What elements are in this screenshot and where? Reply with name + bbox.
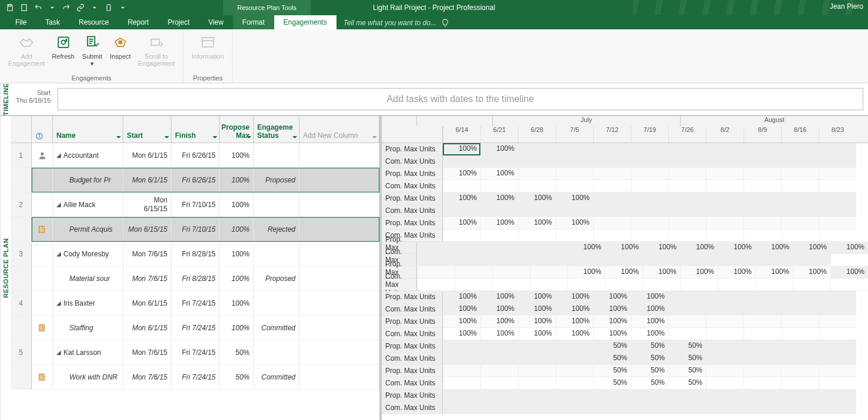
cell-status[interactable] bbox=[254, 340, 300, 365]
timephased-cell[interactable] bbox=[706, 353, 743, 365]
timephased-cell[interactable]: 100% bbox=[480, 316, 518, 328]
timephased-cell[interactable] bbox=[631, 180, 668, 192]
date-header[interactable]: 8/2 bbox=[706, 126, 743, 143]
indicator-header[interactable] bbox=[32, 116, 53, 143]
timephased-cell[interactable] bbox=[492, 266, 530, 279]
timephased-cell[interactable] bbox=[781, 328, 819, 340]
timephased-cell[interactable] bbox=[819, 303, 856, 316]
timephased-cell[interactable] bbox=[593, 205, 631, 217]
add-new-column[interactable]: Add New Column bbox=[300, 116, 379, 143]
timephased-cell[interactable] bbox=[605, 279, 642, 291]
timephased-cell[interactable] bbox=[755, 254, 793, 266]
timephased-cell[interactable] bbox=[455, 266, 492, 279]
timephased-cell[interactable]: 100% bbox=[567, 242, 605, 254]
timephased-cell[interactable] bbox=[593, 155, 631, 168]
timephased-cell[interactable]: 100% bbox=[605, 266, 642, 279]
cell-blank[interactable] bbox=[300, 217, 379, 242]
timephased-cell[interactable] bbox=[443, 180, 480, 192]
timephased-row[interactable]: Prop. Max Units100%100%100%100%100%100% bbox=[382, 316, 868, 328]
timephased-row[interactable]: Prop. Max Units100%100%100%100%100%100%1… bbox=[382, 242, 868, 254]
table-row[interactable]: StaffingMon 6/1/15Fri 7/24/15100%Committ… bbox=[11, 316, 379, 340]
timephased-cell[interactable] bbox=[793, 279, 830, 291]
timephased-cell[interactable]: 100% bbox=[567, 266, 605, 279]
timephased-cell[interactable] bbox=[518, 402, 556, 414]
date-header[interactable]: 7/12 bbox=[593, 126, 631, 143]
timephased-cell[interactable] bbox=[819, 155, 856, 168]
timephased-cell[interactable] bbox=[680, 279, 718, 291]
timephased-cell[interactable]: 100% bbox=[443, 291, 480, 303]
timephased-cell[interactable] bbox=[480, 365, 518, 377]
row-number[interactable]: 4 bbox=[11, 291, 32, 316]
dropdown-icon[interactable] bbox=[246, 134, 252, 140]
timephased-cell[interactable]: 100% bbox=[480, 328, 518, 340]
cell-name[interactable]: Work with DNR bbox=[53, 365, 123, 389]
timephased-cell[interactable] bbox=[668, 143, 706, 155]
timephased-cell[interactable] bbox=[668, 303, 706, 316]
timephased-cell[interactable]: 100% bbox=[518, 291, 556, 303]
timephased-cell[interactable]: 100% bbox=[480, 143, 518, 155]
timephased-cell[interactable] bbox=[668, 168, 706, 180]
timephased-row[interactable]: Com. Max Units50%50%50% bbox=[382, 353, 868, 365]
cell-finish[interactable]: Fri 8/28/15 bbox=[171, 242, 220, 266]
timephased-cell[interactable] bbox=[743, 402, 781, 414]
timephased-cell[interactable]: 100% bbox=[631, 291, 668, 303]
cell-name[interactable]: ◢Accountant bbox=[53, 143, 123, 168]
timephased-cell[interactable] bbox=[480, 229, 518, 242]
cell-status[interactable] bbox=[254, 143, 300, 168]
timephased-cell[interactable] bbox=[781, 205, 819, 217]
timephased-cell[interactable] bbox=[819, 291, 856, 303]
timephased-cell[interactable]: 100% bbox=[642, 242, 680, 254]
timephased-cell[interactable] bbox=[718, 279, 755, 291]
timephased-cell[interactable] bbox=[819, 229, 856, 242]
timephased-cell[interactable] bbox=[492, 254, 530, 266]
row-number[interactable]: 2 bbox=[11, 192, 32, 217]
timephased-cell[interactable] bbox=[781, 180, 819, 192]
timephased-cell[interactable] bbox=[781, 340, 819, 353]
timephased-cell[interactable] bbox=[781, 192, 819, 205]
cell-blank[interactable] bbox=[300, 291, 379, 316]
cell-max[interactable]: 100% bbox=[220, 143, 254, 168]
cell-status[interactable]: Committed bbox=[254, 316, 300, 340]
timephased-cell[interactable] bbox=[556, 229, 593, 242]
cell-start[interactable]: Mon6/15/15 bbox=[123, 192, 171, 217]
timephased-cell[interactable] bbox=[793, 254, 830, 266]
cell-start[interactable]: Mon 6/1/15 bbox=[123, 143, 171, 168]
timephased-cell[interactable]: 100% bbox=[556, 328, 593, 340]
timephased-cell[interactable] bbox=[518, 377, 556, 389]
timephased-row[interactable]: Prop. Max Units100%100% bbox=[382, 143, 868, 155]
timephased-cell[interactable] bbox=[567, 254, 605, 266]
timephased-cell[interactable] bbox=[743, 365, 781, 377]
timephased-cell[interactable] bbox=[556, 180, 593, 192]
timephased-row[interactable]: Prop. Max Units100%100%100%100%100%100% bbox=[382, 291, 868, 303]
timephased-cell[interactable]: 100% bbox=[718, 242, 755, 254]
timephased-row[interactable]: Prop. Max Units100%100% bbox=[382, 168, 868, 180]
cell-status[interactable] bbox=[254, 192, 300, 217]
cell-name[interactable]: ◢Iris Baxter bbox=[53, 291, 123, 316]
cell-name[interactable]: Staffing bbox=[53, 316, 123, 340]
timephased-cell[interactable] bbox=[631, 192, 668, 205]
timephased-cell[interactable] bbox=[819, 377, 856, 389]
timephased-cell[interactable] bbox=[706, 303, 743, 316]
timephased-cell[interactable] bbox=[680, 254, 718, 266]
cell-start[interactable]: Mon 7/6/15 bbox=[123, 242, 171, 266]
timephased-cell[interactable] bbox=[743, 217, 781, 229]
timephased-cell[interactable]: 100% bbox=[631, 328, 668, 340]
tab-file[interactable]: File bbox=[6, 15, 36, 29]
timephased-cell[interactable]: 100% bbox=[593, 316, 631, 328]
timephased-cell[interactable] bbox=[567, 279, 605, 291]
cell-start[interactable]: Mon 6/1/15 bbox=[123, 291, 171, 316]
timephased-cell[interactable] bbox=[518, 205, 556, 217]
tab-project[interactable]: Project bbox=[158, 15, 199, 29]
timephased-cell[interactable]: 100% bbox=[830, 242, 868, 254]
timephased-cell[interactable] bbox=[781, 217, 819, 229]
timephased-cell[interactable]: 100% bbox=[443, 168, 480, 180]
new-icon[interactable] bbox=[18, 2, 31, 13]
dropdown-icon[interactable] bbox=[164, 134, 170, 140]
timephased-cell[interactable] bbox=[556, 353, 593, 365]
cell-max[interactable]: 100% bbox=[220, 266, 254, 291]
touch-mode-icon[interactable] bbox=[102, 2, 115, 13]
timephased-cell[interactable]: 100% bbox=[593, 303, 631, 316]
timephased-cell[interactable] bbox=[593, 389, 631, 402]
timephased-cell[interactable] bbox=[668, 229, 706, 242]
timephased-cell[interactable] bbox=[443, 389, 480, 402]
